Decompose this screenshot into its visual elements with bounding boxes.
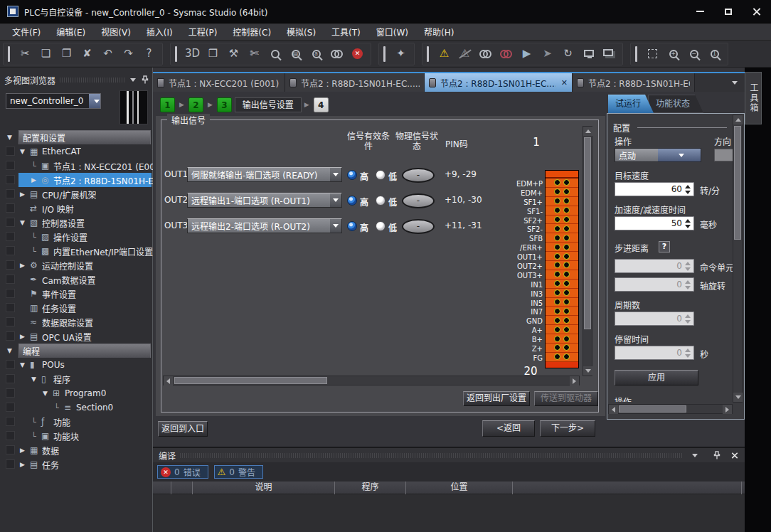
- operation-select[interactable]: 点动: [615, 148, 701, 162]
- cancel-build-icon[interactable]: ✄: [244, 44, 265, 64]
- scroll-left-icon[interactable]: [609, 405, 618, 414]
- menu-item[interactable]: 视图(V): [93, 23, 139, 40]
- condition-low-radio[interactable]: [376, 196, 386, 206]
- search-icon[interactable]: [265, 44, 285, 64]
- expander-icon[interactable]: ▼: [31, 376, 41, 383]
- help-doc-icon[interactable]: ?: [139, 44, 159, 64]
- chevron-down-icon[interactable]: [692, 454, 698, 457]
- offline-compare-icon[interactable]: ❒: [203, 44, 223, 64]
- search-table-icon[interactable]: ▤: [285, 44, 306, 64]
- function-select[interactable]: 远程输出2-端口选项 (R-OUT2): [187, 218, 342, 233]
- spinner-icon[interactable]: [685, 185, 691, 194]
- errors-filter-button[interactable]: 0 错误: [157, 465, 208, 479]
- tree-item[interactable]: ▼▧控制器设置: [0, 216, 153, 230]
- select-region-icon[interactable]: [642, 44, 663, 64]
- tree-item[interactable]: ▼⊞Program0: [0, 386, 153, 400]
- tree-item[interactable]: ▶▤任务: [0, 457, 153, 472]
- tree-item[interactable]: ▶▤CPU/扩展机架: [0, 187, 153, 201]
- menu-item[interactable]: 帮助(H): [416, 23, 462, 40]
- tree-item[interactable]: ▼▮POUs: [0, 358, 153, 372]
- condition-high-radio[interactable]: [347, 221, 357, 231]
- tree-item[interactable]: ▼▦EtherCAT: [0, 144, 153, 159]
- tree-item[interactable]: ▶◎节点2 : R88D-1SN01H-ECT: [0, 173, 153, 187]
- scroll-up-icon[interactable]: [583, 127, 592, 136]
- tree-section[interactable]: ▼配置和设置: [0, 130, 153, 144]
- tree-item[interactable]: ▶▤OPC UA设置: [0, 329, 153, 344]
- expander-icon[interactable]: ▶: [31, 176, 41, 183]
- condition-high-radio[interactable]: [347, 196, 357, 206]
- scrollbar-thumb[interactable]: [174, 377, 327, 384]
- condition-high-radio[interactable]: [347, 170, 357, 180]
- redo-icon[interactable]: ↷: [118, 44, 139, 64]
- scrollbar-thumb[interactable]: [584, 137, 591, 329]
- menu-item[interactable]: 编辑(E): [48, 23, 93, 40]
- watch-changed-icon[interactable]: [496, 44, 516, 64]
- tree-section[interactable]: ▼编程: [0, 344, 153, 358]
- close-tab-icon[interactable]: ✕: [561, 78, 568, 87]
- monitor-icon[interactable]: [578, 44, 599, 64]
- document-tab[interactable]: 节点2 : R88D-1SN01H-EC.....: [285, 73, 425, 92]
- synchronize-icon[interactable]: ↻: [558, 44, 578, 64]
- warning-enabled-icon[interactable]: ⚠: [434, 44, 454, 64]
- zoom-in-icon[interactable]: +: [663, 44, 684, 64]
- expander-icon[interactable]: ▼: [20, 361, 30, 368]
- factory-reset-button[interactable]: 返回到出厂设置: [463, 391, 530, 406]
- spinner-icon[interactable]: [685, 219, 691, 228]
- tree-item[interactable]: └▩内置EtherNet/IP端口设置: [0, 244, 153, 258]
- tree-item[interactable]: └≡Section0: [0, 400, 153, 415]
- scroll-right-icon[interactable]: [570, 376, 579, 385]
- cycles-input[interactable]: 0: [615, 312, 694, 326]
- tree-item[interactable]: ⚑事件设置: [0, 287, 153, 301]
- target-speed-input[interactable]: 60: [615, 182, 694, 196]
- expander-icon[interactable]: ▼: [7, 134, 18, 141]
- scroll-down-icon[interactable]: [733, 393, 743, 402]
- tree-item[interactable]: ⇄I/O 映射: [0, 201, 153, 216]
- tree-item[interactable]: └▨操作设置: [0, 230, 153, 244]
- build-icon[interactable]: ⚒: [223, 44, 244, 64]
- expander-icon[interactable]: ▼: [20, 219, 30, 226]
- back-to-entry-button[interactable]: 返回到入口: [158, 421, 208, 437]
- tree-item[interactable]: └▣节点1 : NX-ECC201 (E001): [0, 159, 153, 173]
- run-icon[interactable]: ▶: [516, 44, 537, 64]
- expander-icon[interactable]: ▶: [20, 262, 30, 269]
- editor-horizontal-scrollbar[interactable]: [163, 376, 580, 385]
- watch-icon[interactable]: [475, 44, 496, 64]
- wizard-step[interactable]: 1: [160, 97, 175, 112]
- scrollbar-thumb[interactable]: [619, 405, 686, 413]
- error-list-icon[interactable]: [347, 44, 368, 64]
- cut-icon[interactable]: ✂: [15, 44, 36, 64]
- tab-function-status[interactable]: 功能状态: [648, 95, 703, 113]
- scroll-left-icon[interactable]: [164, 376, 173, 385]
- zoom-100-icon[interactable]: 1: [704, 44, 725, 64]
- tree-item[interactable]: ✒Cam数据设置: [0, 272, 153, 287]
- menu-item[interactable]: 工具(T): [324, 23, 368, 40]
- controller-select[interactable]: new_Controller_0: [6, 93, 101, 109]
- menu-item[interactable]: 插入(I): [139, 23, 181, 40]
- scroll-up-icon[interactable]: [733, 115, 743, 124]
- step-run-icon[interactable]: ➤: [537, 44, 558, 64]
- editor-vertical-scrollbar[interactable]: [583, 126, 592, 376]
- troubleshooting-icon[interactable]: ✦: [390, 44, 411, 64]
- monitor-all-icon[interactable]: [599, 44, 620, 64]
- search-text-icon[interactable]: a: [306, 44, 326, 64]
- 3d-view-icon[interactable]: 3D: [182, 44, 203, 64]
- delete-icon[interactable]: ✘: [77, 44, 97, 64]
- copy-icon[interactable]: ❏: [36, 44, 56, 64]
- scrollbar-thumb[interactable]: [734, 126, 741, 240]
- pin-icon[interactable]: [713, 451, 721, 460]
- expander-icon[interactable]: ▶: [20, 191, 30, 198]
- step-rotation-input[interactable]: 0: [615, 277, 694, 292]
- panel-vertical-scrollbar[interactable]: [733, 115, 743, 403]
- step-command-units-input[interactable]: 0: [615, 259, 694, 273]
- tree-item[interactable]: ≈数据跟踪设置: [0, 315, 153, 329]
- tree-item[interactable]: ▥任务设置: [0, 301, 153, 315]
- condition-low-radio[interactable]: [376, 221, 386, 231]
- tree-item[interactable]: └▣功能块: [0, 429, 153, 443]
- condition-low-radio[interactable]: [376, 170, 386, 180]
- chevron-down-icon[interactable]: [130, 78, 136, 82]
- document-tab[interactable]: 节点2 : R88D-1SN01H-EC.....✕: [425, 73, 573, 92]
- warning-disabled-icon[interactable]: ⚠: [454, 44, 475, 64]
- tab-list-dropdown-icon[interactable]: [732, 81, 738, 85]
- expander-icon[interactable]: ▶: [20, 447, 30, 454]
- function-select[interactable]: 远程输出1-端口选项 (R-OUT1): [187, 193, 342, 208]
